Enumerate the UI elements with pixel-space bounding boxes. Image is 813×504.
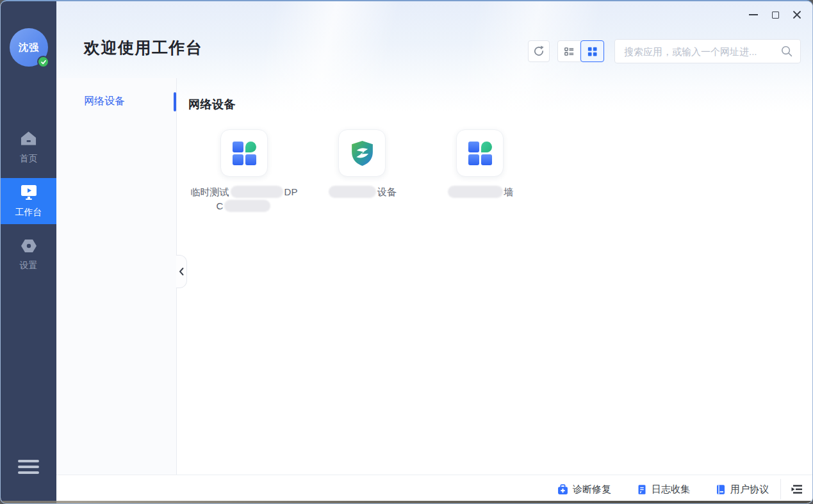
- grid-app-icon: [220, 129, 268, 177]
- footer-link-label: 日志收集: [652, 484, 690, 496]
- active-tab-indicator: [174, 92, 176, 111]
- app-label-text: 设备: [377, 186, 397, 197]
- app-window: 沈强 首页 工作台: [0, 0, 813, 504]
- sidebar-item-label: 首页: [20, 153, 38, 165]
- home-icon: [20, 130, 37, 149]
- grid-view-icon: [586, 45, 598, 58]
- app-label-text: DP: [284, 186, 298, 197]
- footer-link-label: 诊断修复: [573, 484, 611, 496]
- redacted-label-segment: [224, 200, 270, 212]
- avatar-name: 沈强: [19, 42, 39, 54]
- maximize-button[interactable]: [768, 6, 783, 23]
- sidebar-item-home[interactable]: 首页: [1, 124, 56, 170]
- grid-view-button[interactable]: [580, 40, 604, 62]
- footer-divider: [780, 479, 781, 500]
- redacted-label-segment: [448, 186, 503, 198]
- minimize-button[interactable]: [746, 6, 761, 23]
- agreement-book-icon: [716, 484, 726, 495]
- app-label: 墙: [447, 185, 514, 199]
- view-toggle: [557, 40, 604, 62]
- sidebar-item-label: 工作台: [15, 207, 42, 218]
- settings-icon: [21, 238, 37, 256]
- sidebar-item-label: 设置: [20, 260, 38, 272]
- search-box: [614, 39, 801, 63]
- online-check-badge-icon: [37, 56, 49, 68]
- refresh-button[interactable]: [528, 40, 550, 62]
- chevron-left-icon: [178, 267, 185, 276]
- sidebar-item-workbench[interactable]: 工作台: [1, 178, 56, 224]
- section-title: 网络设备: [188, 97, 236, 112]
- close-icon: [792, 10, 801, 19]
- collapse-dock-button[interactable]: [789, 481, 805, 498]
- list-view-icon: [563, 45, 575, 58]
- panel-collapse-handle[interactable]: [176, 255, 187, 288]
- category-tab-network-devices[interactable]: 网络设备: [84, 95, 125, 108]
- window-bottom-edge: [1, 501, 812, 503]
- app-tile[interactable]: 临时测试DP C: [190, 129, 299, 213]
- sidebar-item-settings[interactable]: 设置: [1, 232, 56, 278]
- sidebar: 沈强 首页 工作台: [1, 1, 56, 503]
- grid-app-icon: [456, 129, 504, 177]
- close-button[interactable]: [789, 6, 805, 23]
- redacted-label-segment: [329, 186, 376, 198]
- category-panel: [56, 78, 176, 475]
- hamburger-menu-icon[interactable]: [18, 460, 39, 474]
- search-icon: [780, 45, 793, 60]
- maximize-icon: [772, 12, 779, 19]
- search-input[interactable]: [614, 39, 801, 63]
- collapse-panel-icon: [791, 483, 803, 496]
- redacted-label-segment: [231, 186, 283, 198]
- window-controls: [746, 6, 805, 23]
- app-label-text: C: [217, 200, 224, 211]
- repair-kit-icon: [557, 484, 568, 495]
- minimize-icon: [749, 14, 758, 15]
- app-tile[interactable]: 设备: [308, 129, 416, 199]
- app-label-text: 墙: [504, 186, 514, 197]
- diagnostic-repair-link[interactable]: 诊断修复: [557, 484, 611, 496]
- status-bar: 诊断修复 日志收集 用户协议: [56, 475, 812, 503]
- log-collection-link[interactable]: 日志收集: [637, 484, 690, 496]
- list-view-button[interactable]: [557, 40, 581, 62]
- footer-link-label: 用户协议: [730, 484, 769, 496]
- shield-app-icon: [338, 129, 386, 177]
- app-label: 设备: [327, 185, 397, 199]
- refresh-icon: [532, 45, 545, 58]
- app-tile[interactable]: 墙: [425, 129, 534, 199]
- app-label: 临时测试DP C: [191, 185, 298, 213]
- app-label-text: 临时测试: [191, 186, 229, 197]
- log-document-icon: [637, 484, 647, 495]
- user-agreement-link[interactable]: 用户协议: [716, 484, 769, 496]
- workbench-icon: [20, 184, 38, 202]
- avatar[interactable]: 沈强: [10, 28, 48, 67]
- page-title: 欢迎使用工作台: [84, 37, 203, 58]
